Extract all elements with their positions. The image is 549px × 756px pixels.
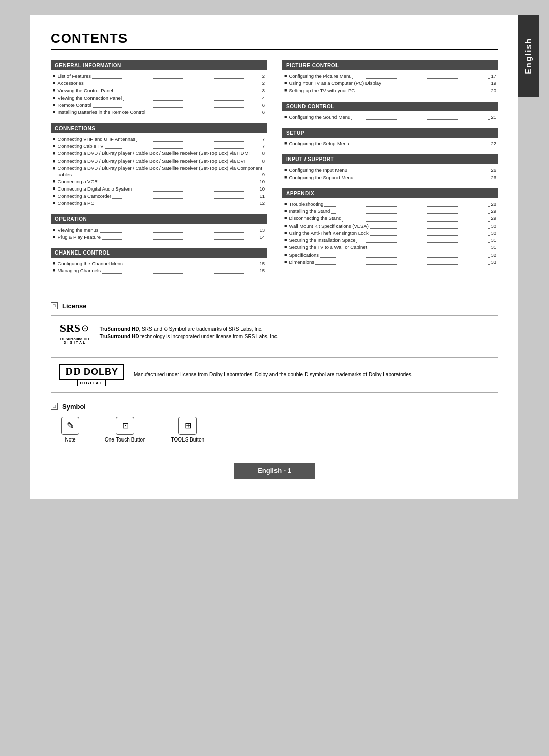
section-header-input: INPUT / SUPPORT: [282, 154, 498, 164]
toc-item-text: Managing Channels 15: [57, 267, 265, 274]
footer-wrapper: English - 1: [51, 453, 498, 479]
bullet-icon: ■: [53, 193, 55, 200]
section-sound-control: SOUND CONTROL ■ Configuring the Sound Me…: [282, 102, 498, 121]
list-item: ■ Securing the Installation Space 31: [284, 237, 496, 244]
section-items-appendix: ■ Troubleshooting 28 ■ Installing the St…: [282, 201, 498, 266]
toc-item-text: Using Your TV as a Computer (PC) Display…: [289, 80, 496, 87]
section-input-support: INPUT / SUPPORT ■ Configuring the Input …: [282, 154, 498, 181]
srs-license-box: SRS ⊙ TruSurround HDD I G I T A L TruSur…: [51, 315, 498, 351]
bullet-icon: ■: [284, 80, 287, 87]
srs-brand-text: SRS: [60, 322, 80, 335]
bullet-icon: ■: [284, 259, 287, 266]
bullet-icon: ■: [284, 73, 287, 80]
section-header-picture: PICTURE CONTROL: [282, 60, 498, 70]
bullet-icon: ■: [284, 114, 287, 121]
toc-item-text: Connecting a PC 12: [57, 200, 265, 207]
section-items-operation: ■ Viewing the menus 13 ■ Plug & Play Fea…: [51, 227, 267, 241]
bullet-icon: ■: [53, 185, 55, 193]
list-item: ■ Accessories 2: [53, 80, 265, 87]
toc-right: PICTURE CONTROL ■ Configuring the Pictur…: [282, 60, 498, 282]
list-item: ■ Connecting VHF and UHF Antennas 7: [53, 136, 265, 143]
side-tab-text: English: [524, 38, 533, 74]
toc-item-text: Remote Control 6: [57, 102, 265, 109]
bullet-icon: ■: [53, 136, 55, 143]
toc-item-text: Configuring the Sound Menu 21: [289, 114, 496, 121]
dolby-sub-text: DIGITAL: [77, 380, 105, 386]
list-item: ■ Connecting Cable TV 7: [53, 143, 265, 150]
bullet-icon: ■: [284, 87, 287, 94]
toc-item-text: Plug & Play Feature 14: [57, 234, 265, 241]
toc-item-text: Securing the Installation Space 31: [289, 237, 496, 244]
symbol-checkbox-icon: □: [51, 403, 58, 410]
list-item: ■ List of Features 2: [53, 73, 265, 80]
list-item: ■ Disconnecting the Stand 29: [284, 215, 496, 222]
bullet-icon: ■: [53, 234, 55, 241]
toc-item-text: Specifications 32: [289, 251, 496, 259]
section-header-general: GENERAL INFORMATION: [51, 60, 267, 70]
toc-item-text: Viewing the Control Panel 3: [57, 87, 265, 94]
bullet-icon: ■: [53, 94, 55, 102]
symbol-item-one-touch: ⊡ One-Touch Button: [105, 417, 146, 443]
list-item: ■ Viewing the Control Panel 3: [53, 87, 265, 94]
symbol-item-note: ✎ Note: [61, 417, 79, 443]
list-item: ■ Installing the Stand 29: [284, 208, 496, 215]
list-item: ■ Connecting a DVD / Blu-ray player / Ca…: [53, 165, 265, 178]
section-channel-control: CHANNEL CONTROL ■ Configuring the Channe…: [51, 248, 267, 275]
list-item: ■ Viewing the Connection Panel 4: [53, 94, 265, 102]
bullet-icon: ■: [53, 87, 55, 94]
bullet-icon: ■: [284, 230, 287, 237]
toc-item-text: Installing the Stand 29: [289, 208, 496, 215]
list-item: ■ Specifications 32: [284, 251, 496, 259]
side-tab: English: [518, 15, 539, 97]
bullet-icon: ■: [284, 208, 287, 215]
srs-circle-icon: ⊙: [81, 323, 89, 334]
list-item: ■ Plug & Play Feature 14: [53, 234, 265, 241]
tools-label: TOOLS Button: [171, 437, 204, 443]
bullet-icon: ■: [284, 215, 287, 222]
toc-item-text: Connecting a Camcorder 11: [57, 193, 265, 200]
section-header-operation: OPERATION: [51, 214, 267, 224]
bullet-icon: ■: [53, 260, 55, 267]
toc-item-text: Securing the TV to a Wall or Cabinet 31: [289, 244, 496, 251]
bullet-icon: ■: [53, 143, 55, 150]
section-appendix: APPENDIX ■ Troubleshooting 28 ■: [282, 188, 498, 266]
bullet-icon: ■: [284, 174, 287, 181]
license-section: □ License SRS ⊙ TruSurround HDD I G I T …: [51, 297, 498, 393]
bullet-icon: ■: [53, 227, 55, 234]
section-header-appendix: APPENDIX: [282, 188, 498, 198]
list-item: ■ Installing Batteries in the Remote Con…: [53, 109, 265, 116]
list-item: ■ Connecting a DVD / Blu-ray player / Ca…: [53, 158, 265, 165]
dolby-brand-text: 𝔻𝔻 DOLBY: [65, 366, 118, 377]
bullet-icon: ■: [53, 165, 55, 172]
list-item: ■ Managing Channels 15: [53, 267, 265, 274]
section-header-setup: SETUP: [282, 128, 498, 138]
bullet-icon: ■: [284, 167, 287, 174]
page-title: CONTENTS: [51, 30, 498, 50]
srs-license-text: TruSurround HD, SRS and ⊙ Symbol are tra…: [100, 325, 279, 340]
list-item: ■ Connecting a Digital Audio System 10: [53, 185, 265, 193]
toc-item-text: Viewing the Connection Panel 4: [57, 94, 265, 102]
list-item: ■ Configuring the Picture Menu 17: [284, 73, 496, 80]
license-label: License: [62, 302, 86, 310]
toc-item-text: Connecting Cable TV 7: [57, 143, 265, 150]
toc-item-text: Using the Anti-Theft Kensington Lock 30: [289, 230, 496, 237]
page-wrapper: English CONTENTS GENERAL INFORMATION ■ L…: [0, 0, 549, 756]
list-item: ■ Configuring the Channel Menu 15: [53, 260, 265, 267]
section-header-connections: CONNECTIONS: [51, 123, 267, 133]
toc-item-text: Connecting a VCR 10: [57, 178, 265, 185]
bullet-icon: ■: [284, 244, 287, 251]
symbol-items: ✎ Note ⊡ One-Touch Button ⊞ TOOLS Button: [51, 417, 498, 443]
note-label: Note: [65, 437, 75, 443]
bullet-icon: ■: [284, 140, 287, 147]
dolby-license-box: 𝔻𝔻 DOLBY DIGITAL Manufactured under lice…: [51, 357, 498, 393]
srs-logo: SRS ⊙ TruSurround HDD I G I T A L: [59, 322, 89, 344]
bullet-icon: ■: [53, 102, 55, 109]
toc-item-text: Accessories 2: [57, 80, 265, 87]
toc-item-text: List of Features 2: [57, 73, 265, 80]
list-item: ■ Viewing the menus 13: [53, 227, 265, 234]
section-items-setup: ■ Configuring the Setup Menu 22: [282, 140, 498, 147]
section-picture-control: PICTURE CONTROL ■ Configuring the Pictur…: [282, 60, 498, 94]
list-item: ■ Setting up the TV with your PC 20: [284, 87, 496, 94]
section-items-channel: ■ Configuring the Channel Menu 15 ■ Mana…: [51, 260, 267, 275]
section-items-connections: ■ Connecting VHF and UHF Antennas 7 ■ Co…: [51, 136, 267, 207]
